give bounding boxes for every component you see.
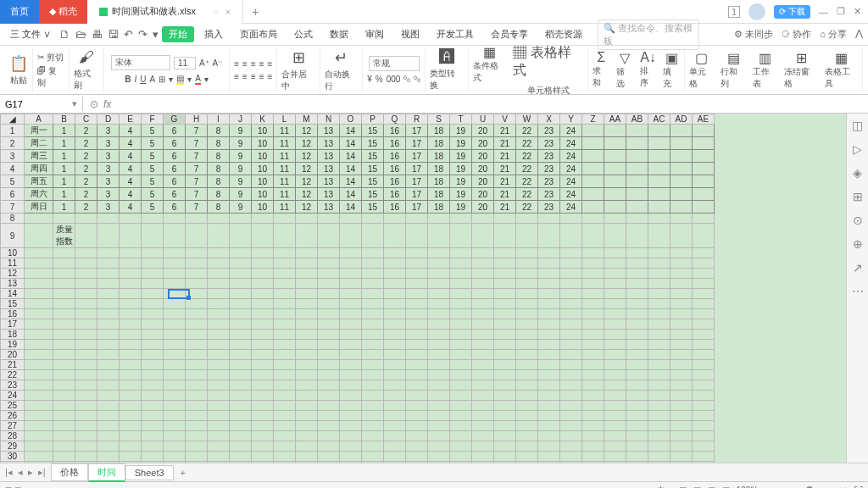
tab-insert[interactable]: 插入	[198, 26, 230, 42]
qat-redo[interactable]: ↷	[138, 28, 147, 41]
cell-S10[interactable]	[428, 248, 450, 258]
vtool-4[interactable]: ⊙	[853, 214, 863, 227]
cell-W10[interactable]	[516, 248, 538, 258]
cell-P1[interactable]: 15	[362, 125, 384, 137]
percent-button[interactable]: %	[376, 75, 383, 84]
cell-H6[interactable]: 7	[186, 188, 208, 201]
cell-G27[interactable]	[164, 421, 186, 431]
copy-button[interactable]: 🗐 复制	[37, 65, 64, 89]
cell-L20[interactable]	[274, 350, 296, 360]
cell-P3[interactable]: 15	[362, 150, 384, 163]
cell-L13[interactable]	[274, 279, 296, 289]
cell-U11[interactable]	[472, 258, 494, 269]
cell-Z2[interactable]	[582, 137, 604, 150]
cell-G7[interactable]: 6	[164, 201, 186, 214]
cell-T29[interactable]	[450, 441, 472, 452]
cell-V22[interactable]	[494, 370, 516, 380]
cell-U21[interactable]	[472, 360, 494, 370]
cell-O23[interactable]	[340, 380, 362, 391]
cell-AD6[interactable]	[670, 188, 693, 201]
cell-W13[interactable]	[516, 279, 538, 289]
cell-T6[interactable]: 19	[450, 188, 472, 201]
cell-O28[interactable]	[340, 431, 362, 441]
cell-S1[interactable]: 18	[428, 125, 450, 137]
cell-U25[interactable]	[472, 401, 494, 411]
cell-H18[interactable]	[186, 330, 208, 340]
cell-AE24[interactable]	[693, 391, 715, 401]
row-header-14[interactable]: 14	[1, 289, 25, 299]
cell-A27[interactable]	[25, 421, 53, 431]
cell-W4[interactable]: 22	[516, 163, 538, 175]
paste-icon[interactable]: 📋	[9, 54, 28, 73]
cell-I29[interactable]	[208, 441, 230, 452]
cell-Q10[interactable]	[384, 248, 406, 258]
qat-open[interactable]: 🗁	[75, 28, 86, 41]
cell-Z20[interactable]	[582, 350, 604, 360]
cell-L29[interactable]	[274, 441, 296, 452]
cell-G19[interactable]	[164, 340, 186, 350]
tab-layout[interactable]: 页面布局	[233, 26, 284, 42]
cell-P11[interactable]	[362, 258, 384, 269]
cell-O18[interactable]	[340, 330, 362, 340]
cell-I27[interactable]	[208, 421, 230, 431]
cell-R30[interactable]	[406, 452, 428, 462]
shell-tab[interactable]: ◆ 稻壳	[39, 0, 87, 24]
cell-V9[interactable]	[494, 224, 516, 248]
cell-I12[interactable]	[208, 269, 230, 279]
cell-Z7[interactable]	[582, 201, 604, 214]
col-header-AB[interactable]: AB	[626, 114, 648, 125]
cell-AB10[interactable]	[626, 248, 648, 258]
col-header-AA[interactable]: AA	[604, 114, 626, 125]
cell-M23[interactable]	[296, 380, 318, 391]
cell-S13[interactable]	[428, 279, 450, 289]
qat-new[interactable]: 🗋	[59, 28, 70, 41]
cell-AD7[interactable]	[670, 201, 693, 214]
cut-button[interactable]: ✂ 剪切	[37, 52, 64, 64]
cell-V19[interactable]	[494, 340, 516, 350]
cell-W16[interactable]	[516, 309, 538, 319]
cell-AC19[interactable]	[648, 340, 670, 350]
cell-A15[interactable]	[25, 299, 53, 309]
cell-Q9[interactable]	[384, 224, 406, 248]
cell-S26[interactable]	[428, 411, 450, 421]
cell-L5[interactable]: 11	[274, 175, 296, 188]
cell-K5[interactable]: 10	[252, 175, 274, 188]
col-header-J[interactable]: J	[230, 114, 252, 125]
cell-F1[interactable]: 5	[142, 125, 164, 137]
cell-N18[interactable]	[318, 330, 340, 340]
cell-Q24[interactable]	[384, 391, 406, 401]
cell-M31[interactable]	[296, 462, 318, 463]
cell-R5[interactable]: 17	[406, 175, 428, 188]
cell-J12[interactable]	[230, 269, 252, 279]
cell-Y21[interactable]	[560, 360, 582, 370]
cell-R29[interactable]	[406, 441, 428, 452]
cell-Z14[interactable]	[582, 289, 604, 299]
cell-C14[interactable]	[75, 289, 97, 299]
cell-G6[interactable]: 6	[164, 188, 186, 201]
cell-X26[interactable]	[538, 411, 560, 421]
cell-B20[interactable]	[53, 350, 75, 360]
cell-AA29[interactable]	[604, 441, 626, 452]
cell-H22[interactable]	[186, 370, 208, 380]
cell-L8[interactable]	[274, 214, 296, 224]
cell-Z22[interactable]	[582, 370, 604, 380]
cell-E15[interactable]	[120, 299, 142, 309]
cell-W28[interactable]	[516, 431, 538, 441]
cell-H2[interactable]: 7	[186, 137, 208, 150]
cell-F3[interactable]: 5	[142, 150, 164, 163]
cell-Y20[interactable]	[560, 350, 582, 360]
row-header-25[interactable]: 25	[1, 401, 25, 411]
cell-AE21[interactable]	[693, 360, 715, 370]
cell-S15[interactable]	[428, 299, 450, 309]
col-header-D[interactable]: D	[97, 114, 120, 125]
cell-X10[interactable]	[538, 248, 560, 258]
cell-AB25[interactable]	[626, 401, 648, 411]
currency-button[interactable]: ¥	[367, 75, 372, 84]
cell-I26[interactable]	[208, 411, 230, 421]
file-tab[interactable]: 时间测试和做表.xlsx○×	[87, 0, 243, 24]
align-tl[interactable]: ≡	[234, 59, 239, 69]
cell-AB22[interactable]	[626, 370, 648, 380]
row-header-3[interactable]: 3	[1, 150, 25, 163]
qat-more[interactable]: ▾	[153, 28, 159, 41]
cell-U3[interactable]: 20	[472, 150, 494, 163]
